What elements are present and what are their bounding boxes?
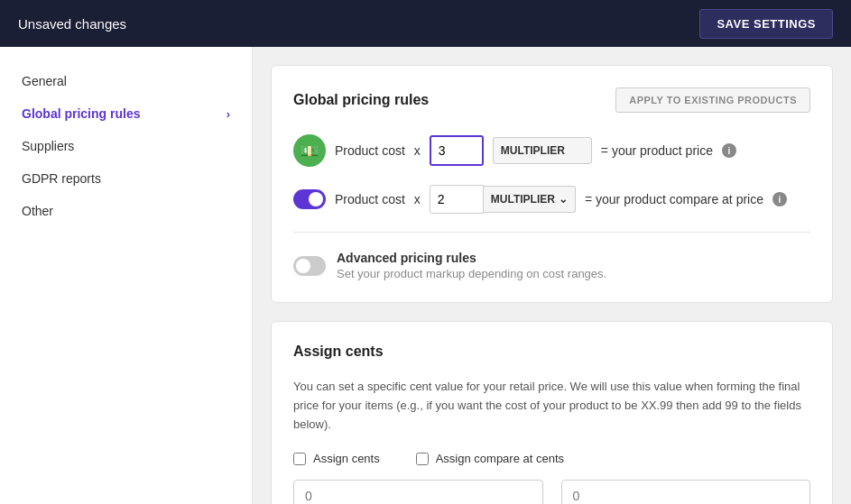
sidebar-item-label: Other [22,204,53,218]
sidebar-item-label: Global pricing rules [22,106,140,121]
sidebar-item-label: General [22,74,67,88]
advanced-text: Advanced pricing rules Set your product … [337,251,606,280]
row2-info-icon[interactable]: i [772,192,787,206]
top-bar: Unsaved changes SAVE SETTINGS [0,0,851,47]
assign-cents-title: Assign cents [293,344,810,360]
row1-multiplier-group: MULTIPLIER FIXED MARKUP MARGIN [493,137,592,164]
pricing-row-2: Product cost x MULTIPLIER ⌄ = your produ… [293,185,810,214]
assign-cents-card: Assign cents You can set a specific cent… [271,321,833,504]
assign-cents-input[interactable] [293,480,543,504]
save-settings-button[interactable]: SAVE SETTINGS [699,9,833,39]
row2-x: x [414,192,421,206]
row2-equals: = your product compare at price [585,192,763,206]
row1-label: Product cost [335,143,405,158]
assign-cents-checkbox-label[interactable]: Assign cents [293,452,380,465]
sidebar-item-label: Suppliers [22,139,74,153]
assign-compare-cents-checkbox[interactable] [416,453,429,465]
chevron-down-icon: ⌄ [559,193,568,206]
assign-cents-checkbox[interactable] [293,453,306,465]
row2-multiplier-select[interactable]: MULTIPLIER ⌄ [484,186,576,213]
row1-info-icon[interactable]: i [722,143,736,158]
row1-value-input[interactable] [430,135,484,166]
main-content: Global pricing rules APPLY TO EXISTING P… [253,47,851,504]
global-pricing-card: Global pricing rules APPLY TO EXISTING P… [271,65,833,303]
assign-cents-description: You can set a specific cent value for yo… [293,378,810,434]
row1-multiplier-select[interactable]: MULTIPLIER FIXED MARKUP MARGIN [493,137,592,164]
apply-to-existing-button[interactable]: APPLY TO EXISTING PRODUCTS [615,87,810,113]
page-title: Unsaved changes [18,16,126,32]
assign-cents-label: Assign cents [313,452,380,465]
cents-checkboxes: Assign cents Assign compare at cents [293,452,810,465]
sidebar-item-suppliers[interactable]: Suppliers [0,130,252,162]
row1-x: x [414,143,421,158]
advanced-pricing-row: Advanced pricing rules Set your product … [293,247,810,280]
cents-inputs [293,480,810,504]
sidebar: General Global pricing rules › Suppliers… [0,47,253,504]
sidebar-item-other[interactable]: Other [0,195,252,227]
assign-compare-cents-label: Assign compare at cents [436,452,564,465]
row2-label: Product cost [335,192,405,206]
row1-equals: = your product price [601,143,713,158]
advanced-description: Set your product markup depending on cos… [337,267,606,280]
assign-compare-cents-input[interactable] [561,480,811,504]
row2-value-input[interactable] [430,185,484,214]
chevron-right-icon: › [227,107,230,121]
advanced-title: Advanced pricing rules [337,251,606,265]
sidebar-item-global-pricing[interactable]: Global pricing rules › [0,97,252,130]
assign-compare-cents-checkbox-label[interactable]: Assign compare at cents [416,452,564,465]
card-header: Global pricing rules APPLY TO EXISTING P… [293,87,810,113]
product-cost-icon: 💵 [293,134,326,167]
row2-input-group: MULTIPLIER ⌄ [430,185,576,214]
sidebar-item-label: GDPR reports [22,171,101,186]
money-icon: 💵 [301,142,319,160]
sidebar-item-gdpr[interactable]: GDPR reports [0,162,252,195]
advanced-toggle[interactable] [293,256,326,276]
sidebar-item-general[interactable]: General [0,65,252,97]
row2-toggle[interactable] [293,189,326,209]
divider [293,232,810,233]
pricing-row-1: 💵 Product cost x MULTIPLIER FIXED MARKUP… [293,134,810,167]
layout: General Global pricing rules › Suppliers… [0,47,851,504]
card-title: Global pricing rules [293,92,429,108]
